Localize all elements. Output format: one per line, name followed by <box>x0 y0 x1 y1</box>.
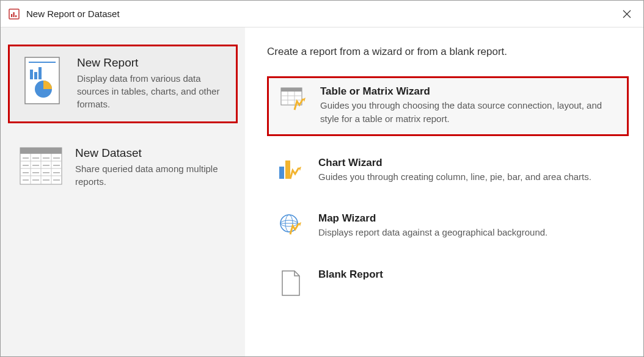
svg-rect-43 <box>279 167 284 179</box>
svg-marker-45 <box>299 167 301 171</box>
blank-report-icon <box>278 269 304 297</box>
svg-rect-8 <box>30 70 33 79</box>
svg-rect-13 <box>20 148 62 154</box>
close-button[interactable] <box>619 6 635 22</box>
sidebar: New Report Display data from various dat… <box>1 27 245 357</box>
option-desc: Displays report data against a geographi… <box>318 226 619 239</box>
report-icon <box>21 56 65 110</box>
main-panel: Create a report from a wizard or from a … <box>245 27 643 357</box>
svg-rect-2 <box>13 12 15 17</box>
option-desc: Guides you through creating column, line… <box>318 170 619 184</box>
option-blank-report[interactable]: Blank Report <box>267 261 629 305</box>
table-matrix-icon <box>280 85 306 111</box>
sidebar-item-desc: Display data from various data sources i… <box>77 72 225 110</box>
option-title: Blank Report <box>318 269 619 281</box>
sidebar-item-new-dataset[interactable]: New Dataset Share queried data among mul… <box>8 137 238 199</box>
svg-rect-10 <box>38 67 42 79</box>
option-title: Table or Matrix Wizard <box>320 85 617 98</box>
map-wizard-icon <box>278 212 304 238</box>
sidebar-item-title: New Report <box>77 56 225 70</box>
dataset-icon <box>19 146 63 188</box>
option-title: Map Wizard <box>318 212 619 225</box>
option-map-wizard[interactable]: Map Wizard Displays report data against … <box>267 205 629 248</box>
option-table-matrix-wizard[interactable]: Table or Matrix Wizard Guides you throug… <box>267 76 629 136</box>
window-title: New Report or Dataset <box>26 9 120 19</box>
sidebar-item-title: New Dataset <box>75 146 227 160</box>
main-heading: Create a report from a wizard or from a … <box>267 46 629 58</box>
svg-marker-50 <box>299 222 301 226</box>
sidebar-item-new-report[interactable]: New Report Display data from various dat… <box>8 45 238 123</box>
svg-rect-37 <box>281 88 302 92</box>
option-desc: Guides you through choosing the data sou… <box>320 99 617 126</box>
chart-wizard-icon <box>278 157 304 182</box>
svg-rect-1 <box>11 14 12 17</box>
close-icon <box>623 10 631 18</box>
svg-rect-3 <box>15 15 16 17</box>
svg-marker-42 <box>303 98 306 102</box>
app-icon <box>8 8 20 20</box>
option-chart-wizard[interactable]: Chart Wizard Guides you through creating… <box>267 150 629 192</box>
svg-rect-9 <box>34 72 37 79</box>
sidebar-item-desc: Share queried data among multiple report… <box>75 162 227 188</box>
svg-rect-44 <box>285 160 290 179</box>
option-title: Chart Wizard <box>318 157 619 169</box>
title-bar: New Report or Dataset <box>1 1 643 27</box>
